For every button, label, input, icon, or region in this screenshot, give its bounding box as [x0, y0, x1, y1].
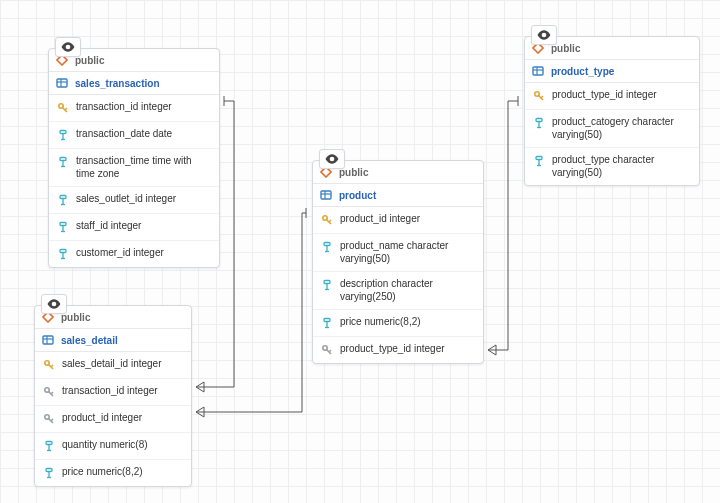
column-row[interactable]: transaction_date date [49, 122, 219, 149]
column-row[interactable]: sales_detail_id integer [35, 352, 191, 379]
column-row[interactable]: customer_id integer [49, 241, 219, 267]
table-sales-transaction[interactable]: public sales_transaction transaction_id … [48, 48, 220, 268]
erd-canvas[interactable]: public sales_transaction transaction_id … [0, 0, 720, 503]
column-row[interactable]: product_id integer [35, 406, 191, 433]
column-icon [56, 247, 70, 261]
column-label: transaction_date date [76, 128, 212, 141]
column-icon [532, 116, 546, 130]
eye-icon[interactable] [55, 37, 81, 57]
column-row[interactable]: price numeric(8,2) [313, 310, 483, 337]
column-row[interactable]: product_type_id integer [313, 337, 483, 363]
table-sales-detail[interactable]: public sales_detail sales_detail_id inte… [34, 305, 192, 487]
svg-rect-23 [43, 336, 53, 344]
table-product[interactable]: public product product_id integerproduct… [312, 160, 484, 364]
schema-label: public [75, 55, 213, 66]
column-row[interactable]: transaction_id integer [35, 379, 191, 406]
column-icon [56, 220, 70, 234]
column-icon [56, 128, 70, 142]
schema-label: public [339, 167, 477, 178]
column-label: quantity numeric(8) [62, 439, 184, 452]
column-list: transaction_id integertransaction_date d… [49, 95, 219, 267]
table-name-row: sales_transaction [49, 72, 219, 95]
column-row[interactable]: quantity numeric(8) [35, 433, 191, 460]
column-icon [56, 193, 70, 207]
table-icon [531, 64, 545, 78]
column-icon [320, 278, 334, 292]
column-row[interactable]: product_id integer [313, 207, 483, 234]
table-icon [319, 188, 333, 202]
foreign-key-icon [320, 343, 334, 357]
svg-line-6 [65, 108, 67, 110]
column-label: staff_id integer [76, 220, 212, 233]
svg-rect-70 [536, 157, 542, 160]
column-row[interactable]: transaction_id integer [49, 95, 219, 122]
column-icon [42, 439, 56, 453]
column-list: sales_detail_id integertransaction_id in… [35, 352, 191, 486]
column-row[interactable]: product_catogery character varying(50) [525, 110, 699, 148]
svg-line-73 [196, 382, 204, 387]
column-label: transaction_time time with time zone [76, 155, 212, 180]
column-label: product_id integer [62, 412, 184, 425]
column-icon [320, 240, 334, 254]
column-row[interactable]: product_type_id integer [525, 83, 699, 110]
primary-key-icon [42, 358, 56, 372]
column-label: customer_id integer [76, 247, 212, 260]
svg-rect-51 [324, 281, 330, 284]
svg-rect-35 [46, 442, 52, 445]
table-product-type[interactable]: public product_type product_type_id inte… [524, 36, 700, 186]
column-label: product_type_id integer [552, 89, 692, 102]
svg-line-74 [196, 387, 204, 392]
eye-icon[interactable] [41, 294, 67, 314]
svg-rect-48 [324, 243, 330, 246]
column-row[interactable]: price numeric(8,2) [35, 460, 191, 486]
column-label: product_name character varying(50) [340, 240, 476, 265]
table-name: product_type [551, 66, 693, 77]
table-name: product [339, 190, 477, 201]
eye-icon[interactable] [531, 25, 557, 45]
column-label: price numeric(8,2) [340, 316, 476, 329]
svg-line-47 [329, 220, 331, 222]
svg-rect-13 [60, 196, 66, 199]
svg-line-77 [196, 407, 204, 412]
column-label: price numeric(8,2) [62, 466, 184, 479]
table-name: sales_detail [61, 335, 185, 346]
column-list: product_type_id integerproduct_catogery … [525, 83, 699, 185]
svg-line-59 [329, 350, 331, 352]
eye-icon[interactable] [319, 149, 345, 169]
schema-label: public [61, 312, 185, 323]
table-name-row: product [313, 184, 483, 207]
svg-line-31 [51, 392, 53, 394]
column-label: transaction_id integer [62, 385, 184, 398]
column-row[interactable]: transaction_time time with time zone [49, 149, 219, 187]
column-label: product_id integer [340, 213, 476, 226]
svg-rect-38 [46, 469, 52, 472]
svg-rect-10 [60, 158, 66, 161]
svg-rect-16 [60, 223, 66, 226]
svg-line-81 [488, 345, 496, 350]
svg-rect-42 [321, 191, 331, 199]
column-label: transaction_id integer [76, 101, 212, 114]
svg-line-78 [196, 412, 204, 417]
column-icon [56, 155, 70, 169]
table-icon [55, 76, 69, 90]
svg-rect-61 [533, 67, 543, 75]
column-row[interactable]: product_name character varying(50) [313, 234, 483, 272]
table-icon [41, 333, 55, 347]
column-row[interactable]: description character varying(250) [313, 272, 483, 310]
column-row[interactable]: product_type character varying(50) [525, 148, 699, 185]
schema-label: public [551, 43, 693, 54]
primary-key-icon [532, 89, 546, 103]
table-name-row: product_type [525, 60, 699, 83]
column-icon [532, 154, 546, 168]
svg-rect-7 [60, 131, 66, 134]
svg-rect-54 [324, 319, 330, 322]
column-label: product_type_id integer [340, 343, 476, 356]
svg-line-66 [541, 96, 543, 98]
column-label: description character varying(250) [340, 278, 476, 303]
primary-key-icon [56, 101, 70, 115]
column-row[interactable]: staff_id integer [49, 214, 219, 241]
column-label: sales_detail_id integer [62, 358, 184, 371]
svg-line-28 [51, 365, 53, 367]
svg-rect-19 [60, 250, 66, 253]
column-row[interactable]: sales_outlet_id integer [49, 187, 219, 214]
